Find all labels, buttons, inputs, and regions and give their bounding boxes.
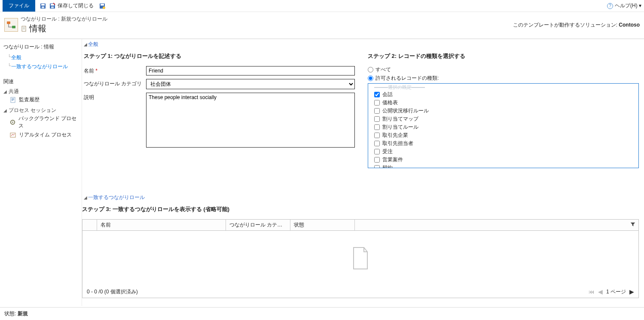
file-menu-button[interactable]: ファイル xyxy=(3,0,35,12)
svg-rect-9 xyxy=(7,21,10,24)
record-type-label: 価格表 xyxy=(382,99,398,106)
gear-icon xyxy=(9,119,16,126)
caret-down-icon: ◢ xyxy=(3,108,7,113)
record-type-item[interactable]: 営業案件 xyxy=(370,156,637,164)
record-type-checkbox[interactable] xyxy=(374,100,380,106)
record-type-checkbox[interactable] xyxy=(374,149,380,154)
save-and-close-button[interactable]: 保存して閉じる xyxy=(58,2,94,9)
form-header: つながりロール : 新規つながりロール 情報 このテンプレートが動作するソリュー… xyxy=(0,12,644,39)
svg-point-8 xyxy=(103,6,105,9)
radio-all[interactable]: すべて xyxy=(368,66,639,73)
step1-heading: ステップ 1: つながりロールを記述する xyxy=(84,52,355,60)
record-type-label: 営業案件 xyxy=(382,156,403,163)
section-link-matching[interactable]: ◢一致するつながりロール xyxy=(84,194,639,201)
nav-group-common[interactable]: ◢共通 xyxy=(3,88,78,95)
help-icon: ? xyxy=(607,3,613,9)
nav-item-bg-process[interactable]: バックグラウンド プロセス xyxy=(3,114,78,130)
pager-prev-icon[interactable]: ◀ xyxy=(598,288,603,295)
record-type-checkbox[interactable] xyxy=(374,141,380,146)
record-type-item[interactable]: 公開状況移行ルール xyxy=(370,107,637,115)
record-type-label: 割り当てマップ xyxy=(382,115,418,123)
realtime-icon xyxy=(9,132,16,139)
status-label: 状態: 新規 xyxy=(4,310,28,317)
record-type-item[interactable]: 割り当てルール xyxy=(370,123,637,131)
name-label: 名前 * xyxy=(84,66,146,75)
grid-record-count: 0 - 0 /0 (0 個選択済み) xyxy=(87,288,138,296)
pager-next-icon[interactable]: ▶ xyxy=(629,288,634,295)
svg-rect-15 xyxy=(10,133,15,137)
record-type-checkbox[interactable] xyxy=(374,108,380,114)
nav-group-process[interactable]: ◢プロセス セッション xyxy=(3,107,78,114)
record-type-label: 契約 xyxy=(382,164,393,168)
nav-item-audit[interactable]: 監査履歴 xyxy=(3,95,78,104)
grid-header-row: 名前 つながりロール カテ… 状態 xyxy=(82,220,638,231)
entity-icon xyxy=(4,18,18,32)
record-type-item[interactable]: 会話 xyxy=(370,91,637,99)
svg-rect-10 xyxy=(12,26,15,28)
save-new-icon[interactable] xyxy=(98,2,107,10)
audit-icon xyxy=(9,97,16,103)
record-type-item[interactable]: 価格表 xyxy=(370,99,637,107)
step2-column: ステップ 2: レコードの種類を選択する すべて 許可されるレコードの種類: ―… xyxy=(368,50,639,168)
description-textarea[interactable]: These people interact socially xyxy=(146,93,355,148)
record-types-listbox[interactable]: ―――選択の既定――― 会話価格表公開状況移行ルール割り当てマップ割り当てルール… xyxy=(368,83,639,168)
nav-item-rt-process[interactable]: リアルタイム プロセス xyxy=(3,130,78,139)
svg-rect-4 xyxy=(51,4,54,6)
category-select[interactable]: 社会団体 xyxy=(146,79,355,89)
matching-roles-grid: 名前 つながりロール カテ… 状態 0 - 0 /0 (0 個選択済み) xyxy=(82,219,639,298)
name-input[interactable] xyxy=(146,66,355,75)
record-type-checkbox[interactable] xyxy=(374,133,380,138)
grid-pager: ⏮ ◀ 1 ページ ▶ xyxy=(589,288,634,296)
list-item-truncated: ―――選択の既定――― xyxy=(370,85,637,91)
record-type-label: 取引先担当者 xyxy=(382,140,413,147)
nav-section-related: 関連 xyxy=(3,78,78,85)
pager-page-label: 1 ページ xyxy=(606,288,626,296)
record-type-label: 取引先企業 xyxy=(382,132,408,139)
record-type-checkbox[interactable] xyxy=(374,157,380,163)
save-and-close-icon[interactable] xyxy=(48,2,57,10)
nav-item-general[interactable]: 全般 xyxy=(3,53,78,62)
record-type-item[interactable]: 割り当てマップ xyxy=(370,115,637,123)
svg-rect-2 xyxy=(42,6,44,8)
step1-column: ステップ 1: つながりロールを記述する 名前 * つながりロール カテゴリ 社… xyxy=(84,50,355,168)
grid-body-empty xyxy=(82,231,638,286)
svg-point-14 xyxy=(12,122,13,123)
description-label: 説明 xyxy=(84,93,146,101)
record-type-label: 公開状況移行ルール xyxy=(382,107,429,115)
nav-item-matching[interactable]: 一致するつながりロール xyxy=(3,62,78,71)
record-type-item[interactable]: 取引先企業 xyxy=(370,131,637,139)
help-label: ヘルプ(H) ▾ xyxy=(615,2,641,9)
record-type-label: 受注 xyxy=(382,148,393,155)
record-type-checkbox[interactable] xyxy=(374,116,380,122)
record-type-checkbox[interactable] xyxy=(374,124,380,130)
pager-first-icon[interactable]: ⏮ xyxy=(589,288,595,295)
record-type-checkbox[interactable] xyxy=(374,92,380,97)
grid-header-state[interactable]: 状態 xyxy=(290,220,355,230)
record-type-checkbox[interactable] xyxy=(374,165,380,168)
section-link-general[interactable]: ◢全般 xyxy=(84,41,639,48)
breadcrumb: つながりロール : 新規つながりロール xyxy=(21,15,107,23)
solution-label: このテンプレートが動作するソリューション: Contoso xyxy=(513,21,640,29)
record-type-item[interactable]: 取引先担当者 xyxy=(370,139,637,148)
record-type-item[interactable]: 受注 xyxy=(370,148,637,156)
record-type-item[interactable]: 契約 xyxy=(370,164,637,168)
svg-rect-11 xyxy=(22,26,26,31)
grid-header-category[interactable]: つながりロール カテ… xyxy=(226,220,290,230)
svg-rect-7 xyxy=(101,4,104,6)
category-label: つながりロール カテゴリ xyxy=(84,79,146,88)
left-nav: つながりロール : 情報 全般 一致するつながりロール 関連 ◢共通 監査履歴 … xyxy=(0,39,82,306)
svg-rect-1 xyxy=(41,4,45,6)
command-bar: ファイル 保存して閉じる ? ヘルプ(H) ▾ xyxy=(0,0,644,12)
grid-header-checkbox[interactable] xyxy=(82,220,97,230)
save-icon[interactable] xyxy=(39,2,47,10)
record-type-label: 会話 xyxy=(382,91,393,98)
empty-document-icon xyxy=(351,247,370,270)
grid-header-name[interactable]: 名前 xyxy=(97,220,226,230)
help-button[interactable]: ? ヘルプ(H) ▾ xyxy=(607,2,641,9)
svg-rect-5 xyxy=(51,6,54,8)
record-type-label: 割り当てルール xyxy=(382,124,418,131)
svg-rect-12 xyxy=(11,97,15,103)
filter-icon[interactable] xyxy=(630,221,636,229)
radio-allowed[interactable]: 許可されるレコードの種類: xyxy=(368,75,639,82)
caret-down-icon: ◢ xyxy=(3,89,7,94)
